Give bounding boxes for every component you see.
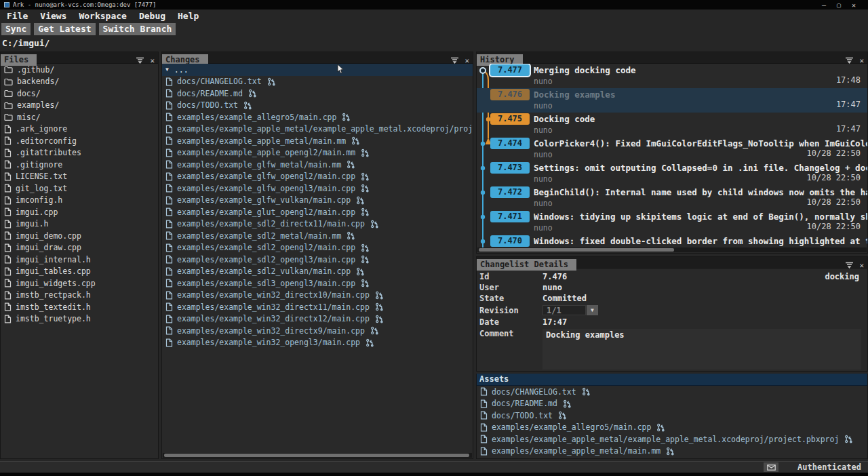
close-icon[interactable]: ✕ (859, 262, 864, 269)
changed-file-row[interactable]: docs/README.md (162, 87, 473, 100)
switch-branch-button[interactable]: Switch Branch (99, 23, 176, 35)
changed-file-row[interactable]: examples/example_apple_opengl2/main.mm (162, 147, 473, 159)
date-value: 17:47 (542, 317, 567, 327)
sync-button[interactable]: Sync (1, 23, 31, 35)
file-row[interactable]: .gitattributes (1, 147, 158, 159)
menu-item-workspace[interactable]: Workspace (79, 11, 126, 21)
file-row[interactable]: imstb_textedit.h (1, 301, 158, 313)
changed-file-row[interactable]: examples/example_glut_opengl2/main.cpp (162, 206, 473, 218)
revision-dropdown[interactable]: ▼ (587, 305, 598, 315)
file-row[interactable]: .ark_ignore (1, 123, 158, 136)
changed-file-row[interactable]: examples/example_win32_directx11/main.cp… (162, 301, 473, 313)
changes-hscrollbar[interactable] (163, 453, 472, 458)
asset-row[interactable]: docs/README.md (477, 398, 867, 410)
branch-name: docking (825, 272, 859, 281)
commit-id-badge[interactable]: 7.473 (490, 162, 530, 174)
menu-item-help[interactable]: Help (178, 11, 199, 21)
file-row[interactable]: imgui.cpp (1, 206, 158, 218)
file-icon (165, 148, 173, 157)
file-row[interactable]: imgui_internal.h (1, 254, 158, 266)
folder-row[interactable]: .github/ (1, 64, 158, 76)
commit-row[interactable]: 7.476Docking examplesnuno17:47 (477, 88, 867, 113)
commit-row[interactable]: 7.471Windows: tidying up skipitems logic… (477, 210, 867, 235)
file-row[interactable]: .gitignore (1, 159, 158, 171)
changed-file-row[interactable]: docs/CHANGELOG.txt (162, 76, 473, 88)
asset-row[interactable]: examples/example_apple_metal/main.mm (477, 445, 867, 458)
changed-file-row[interactable]: examples/example_sdl2_opengl3/main.cpp (162, 254, 473, 266)
folder-row[interactable]: backends/ (1, 76, 158, 88)
commit-id-badge[interactable]: 7.474 (490, 138, 530, 149)
file-row[interactable]: imstb_truetype.h (1, 313, 158, 325)
changed-file-row[interactable]: examples/example_allegro5/main.cpp (162, 111, 473, 123)
changed-file-row[interactable]: examples/example_apple_metal/main.mm (162, 135, 473, 147)
window-close-button[interactable]: ✕ (852, 1, 856, 9)
changed-file-row[interactable]: examples/example_win32_directx12/main.cp… (162, 313, 473, 325)
commit-id-badge[interactable]: 7.471 (490, 211, 530, 222)
changed-file-row[interactable]: examples/example_glfw_vulkan/main.cpp (162, 195, 473, 207)
asset-row[interactable]: docs/CHANGELOG.txt (477, 386, 867, 398)
changed-file-row[interactable]: examples/example_win32_directx10/main.cp… (162, 290, 473, 302)
file-row[interactable]: .editorconfig (1, 135, 158, 147)
changed-file-row[interactable]: examples/example_sdl2_vulkan/main.cpp (162, 266, 473, 278)
menu-item-file[interactable]: File (7, 11, 28, 21)
commit-row[interactable]: 7.470Windows: fixed double-clicked borde… (477, 235, 867, 248)
commit-row[interactable]: 7.473Settings: omit outputing Collapsed=… (477, 161, 867, 186)
commit-title: Merging docking code (534, 65, 867, 75)
commit-id-badge[interactable]: 7.477 (490, 64, 530, 76)
folder-row[interactable]: misc/ (1, 111, 158, 123)
file-row[interactable]: imgui_widgets.cpp (1, 277, 158, 290)
changed-file-row[interactable]: examples/example_glfw_opengl3/main.cpp (162, 182, 473, 195)
file-row[interactable]: imgui_demo.cpp (1, 230, 158, 242)
menu-item-views[interactable]: Views (40, 11, 66, 21)
asset-row[interactable]: examples/example_apple_opengl2/main.mm (477, 457, 867, 458)
commit-id-badge[interactable]: 7.472 (490, 186, 530, 198)
changed-file-row[interactable]: docs/TODO.txt (162, 100, 473, 112)
commit-row[interactable]: 7.472BeginChild(): Internal name used by… (477, 186, 867, 210)
maximize-button[interactable]: ▢ (837, 1, 841, 9)
changed-file-row[interactable]: examples/example_apple_metal/example_app… (162, 123, 473, 136)
file-row[interactable]: imgui_tables.cpp (1, 266, 158, 278)
expander-icon[interactable]: ▼ (165, 66, 169, 73)
commit-id-badge[interactable]: 7.470 (490, 235, 530, 247)
file-row[interactable]: imgui_draw.cpp (1, 242, 158, 254)
branch-icon (356, 267, 365, 276)
filter-icon[interactable] (845, 259, 854, 272)
changed-file-row[interactable]: examples/example_sdl2_directx11/main.cpp (162, 218, 473, 231)
file-row[interactable]: imconfig.h (1, 195, 158, 207)
folder-row[interactable]: docs/ (1, 87, 158, 100)
changed-file-row[interactable]: examples/example_sdl2_opengl2/main.cpp (162, 242, 473, 254)
comment-field[interactable]: Docking examples (542, 329, 861, 370)
file-row[interactable]: imgui.h (1, 218, 158, 231)
get-latest-button[interactable]: Get Latest (34, 23, 95, 35)
changed-file-row[interactable]: examples/example_win32_opengl3/main.cpp (162, 337, 473, 349)
changed-file-row[interactable]: examples/example_sdl3_opengl3/main.cpp (162, 277, 473, 290)
commit-row[interactable]: 7.475Docking codenuno17:47 (477, 113, 867, 137)
minimize-button[interactable]: – (822, 1, 826, 9)
commit-row[interactable]: 7.474ColorPicker4(): Fixed ImGuiColorEdi… (477, 137, 867, 161)
changed-file-row[interactable]: examples/example_glfw_metal/main.mm (162, 159, 473, 171)
changed-file-row[interactable]: examples/example_glfw_opengl2/main.cpp (162, 171, 473, 183)
file-icon (165, 77, 173, 86)
assets-list: docs/CHANGELOG.txtdocs/README.mddocs/TOD… (477, 386, 867, 458)
commit-id-badge[interactable]: 7.475 (490, 113, 530, 125)
asset-row[interactable]: examples/example_apple_metal/example_app… (477, 433, 867, 445)
file-icon (4, 125, 12, 134)
asset-row[interactable]: examples/example_allegro5/main.cpp (477, 422, 867, 434)
changes-root-row[interactable]: ▼ ... (162, 64, 473, 76)
branch-icon (267, 77, 276, 86)
tab-changelist-details[interactable]: Changelist Details (477, 259, 576, 271)
asset-row[interactable]: docs/TODO.txt (477, 410, 867, 422)
folder-row[interactable]: examples/ (1, 100, 158, 112)
changed-file-row[interactable]: examples/example_sdl2_metal/main.mm (162, 230, 473, 242)
commit-id-badge[interactable]: 7.476 (490, 89, 530, 100)
branch-icon (370, 220, 379, 229)
file-row[interactable]: LICENSE.txt (1, 171, 158, 183)
history-hscrollbar[interactable] (477, 247, 867, 252)
commit-row[interactable]: 7.477Merging docking codenuno17:48 (477, 64, 867, 88)
menu-item-debug[interactable]: Debug (139, 11, 165, 21)
detail-row-id: Id 7.476 docking (479, 271, 865, 282)
mail-icon[interactable] (764, 462, 778, 472)
file-row[interactable]: imstb_rectpack.h (1, 290, 158, 302)
changed-file-row[interactable]: examples/example_win32_directx9/main.cpp (162, 325, 473, 337)
file-row[interactable]: git_log.txt (1, 182, 158, 195)
